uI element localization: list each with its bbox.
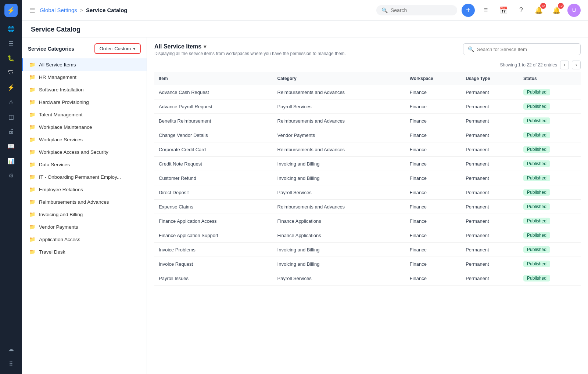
nav-icon-book[interactable]: 📖	[4, 139, 18, 153]
category-item[interactable]: 📁Hardware Provisioning	[22, 96, 147, 108]
table-row[interactable]: Advance Payroll RequestPayroll ServicesF…	[154, 99, 581, 114]
cell-usage_type: Permanent	[461, 128, 519, 142]
nav-icon-shield[interactable]: 🛡	[4, 66, 18, 79]
category-label: Hardware Provisioning	[39, 99, 89, 105]
category-item[interactable]: 📁Invoicing and Billing	[22, 208, 147, 221]
table-row[interactable]: Corporate Credit CardReimbursements and …	[154, 142, 581, 157]
cell-category: Invoicing and Billing	[273, 257, 405, 271]
nav-icon-inbox[interactable]: ☰	[4, 37, 18, 50]
user-avatar[interactable]: U	[567, 4, 581, 17]
category-item[interactable]: 📁Employee Relations	[22, 183, 147, 196]
cell-item: Credit Note Request	[154, 157, 273, 171]
notification-button[interactable]: 🔔 12	[532, 4, 545, 17]
table-row[interactable]: Advance Cash RequestReimbursements and A…	[154, 85, 581, 99]
app-logo[interactable]: ⚡	[4, 4, 18, 17]
table-row[interactable]: Expense ClaimsReimbursements and Advance…	[154, 200, 581, 214]
folder-icon: 📁	[29, 124, 35, 130]
category-item[interactable]: 📁Application Access	[22, 233, 147, 246]
nav-icon-bug[interactable]: 🐛	[4, 51, 18, 65]
category-item[interactable]: 📁Software Installation	[22, 83, 147, 96]
table-row[interactable]: Finance Application SupportFinance Appli…	[154, 228, 581, 243]
cell-usage_type: Permanent	[461, 185, 519, 200]
table-row[interactable]: Credit Note RequestInvoicing and Billing…	[154, 157, 581, 171]
category-item[interactable]: 📁HR Management	[22, 71, 147, 83]
cell-item: Invoice Problems	[154, 243, 273, 257]
category-item[interactable]: 📁Data Services	[22, 158, 147, 171]
cell-workspace: Finance	[405, 157, 461, 171]
alerts-button[interactable]: 🔔 12	[550, 4, 563, 17]
pagination-next[interactable]: ›	[572, 61, 581, 69]
cell-usage_type: Permanent	[461, 114, 519, 128]
pagination-text: Showing 1 to 22 of 22 entries	[500, 62, 557, 68]
add-button[interactable]: +	[462, 4, 475, 17]
category-label: Application Access	[39, 237, 80, 242]
help-button[interactable]: ?	[514, 4, 528, 17]
status-badge: Published	[523, 203, 550, 210]
status-badge: Published	[523, 117, 550, 124]
cell-category: Payroll Services	[273, 271, 405, 286]
table-row[interactable]: Finance Application AccessFinance Applic…	[154, 214, 581, 228]
pagination-prev[interactable]: ‹	[560, 61, 569, 69]
cell-category: Payroll Services	[273, 99, 405, 114]
nav-icon-warning[interactable]: ⚠	[4, 95, 18, 109]
category-item[interactable]: 📁IT - Onboarding Permanent Employ...	[22, 171, 147, 183]
nav-icon-settings[interactable]: ⚙	[4, 169, 18, 182]
nav-icon-lightning[interactable]: ⚡	[4, 81, 18, 94]
folder-icon: 📁	[29, 87, 35, 92]
folder-icon: 📁	[29, 149, 35, 155]
items-table: ItemCategoryWorkspaceUsage TypeStatus Ad…	[154, 72, 581, 286]
cell-status: Published	[519, 228, 581, 243]
nav-icon-print[interactable]: 🖨	[4, 125, 18, 138]
table-header: ItemCategoryWorkspaceUsage TypeStatus	[154, 72, 581, 85]
cell-item: Finance Application Access	[154, 214, 273, 228]
folder-icon: 📁	[29, 137, 35, 142]
table-row[interactable]: Change Vendor DetailsVendor PaymentsFina…	[154, 128, 581, 142]
nav-icon-chart[interactable]: 📊	[4, 154, 18, 167]
breadcrumb-link[interactable]: Global Settings	[40, 7, 77, 13]
table-row[interactable]: Benefits ReimbursementReimbursements and…	[154, 114, 581, 128]
cell-workspace: Finance	[405, 257, 461, 271]
nav-icon-layers[interactable]: ◫	[4, 110, 18, 123]
hamburger-button[interactable]: ☰	[29, 6, 35, 14]
cell-workspace: Finance	[405, 142, 461, 157]
cell-status: Published	[519, 214, 581, 228]
list-view-button[interactable]: ≡	[479, 4, 492, 17]
topbar-search-input[interactable]	[391, 7, 452, 13]
category-item[interactable]: 📁Vendor Payments	[22, 221, 147, 233]
category-item[interactable]: 📁Workplace Access and Security	[22, 146, 147, 158]
table-row[interactable]: Invoice ProblemsInvoicing and BillingFin…	[154, 243, 581, 257]
category-item[interactable]: 📁Workplace Maintenance	[22, 121, 147, 133]
folder-icon: 📁	[29, 249, 35, 255]
calendar-button[interactable]: 📅	[497, 4, 510, 17]
cell-workspace: Finance	[405, 243, 461, 257]
category-item[interactable]: 📁Talent Management	[22, 108, 147, 121]
category-item[interactable]: 📁Reimbursements and Advances	[22, 196, 147, 208]
table-row[interactable]: Invoice RequestInvoicing and BillingFina…	[154, 257, 581, 271]
cell-category: Payroll Services	[273, 185, 405, 200]
items-subtitle: Displaying all the service items from wo…	[154, 51, 346, 56]
cell-item: Benefits Reimbursement	[154, 114, 273, 128]
folder-icon: 📁	[29, 236, 35, 242]
table-row[interactable]: Customer RefundInvoicing and BillingFina…	[154, 171, 581, 185]
order-button[interactable]: Order: Custom ▾	[94, 43, 141, 54]
nav-icon-cloud[interactable]: ☁	[4, 342, 18, 356]
category-item[interactable]: 📁Travel Desk	[22, 246, 147, 258]
category-item[interactable]: 📁Workplace Services	[22, 133, 147, 146]
cell-status: Published	[519, 114, 581, 128]
category-list: 📁All Service Items📁HR Management📁Softwar…	[22, 58, 147, 258]
status-badge: Published	[523, 232, 550, 239]
cell-workspace: Finance	[405, 99, 461, 114]
topbar-search[interactable]: 🔍	[376, 5, 457, 15]
category-item[interactable]: 📁All Service Items	[22, 58, 147, 71]
category-label: Employee Relations	[39, 187, 83, 192]
table-row[interactable]: Direct DepositPayroll ServicesFinancePer…	[154, 185, 581, 200]
cell-workspace: Finance	[405, 200, 461, 214]
table-row[interactable]: Payroll IssuesPayroll ServicesFinancePer…	[154, 271, 581, 286]
cell-category: Reimbursements and Advances	[273, 142, 405, 157]
cell-workspace: Finance	[405, 171, 461, 185]
service-search[interactable]: 🔍	[463, 43, 581, 55]
nav-icon-globe[interactable]: 🌐	[4, 22, 18, 35]
nav-icon-grid[interactable]: ⠿	[4, 357, 18, 370]
cell-category: Reimbursements and Advances	[273, 114, 405, 128]
service-search-input[interactable]	[477, 47, 576, 52]
